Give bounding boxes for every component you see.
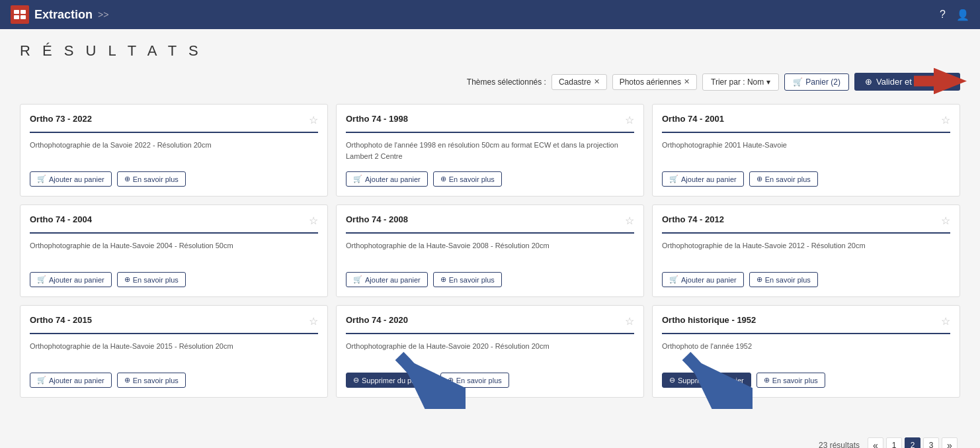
info-button[interactable]: ⊕ En savoir plus: [117, 272, 186, 287]
user-icon[interactable]: 👤: [956, 9, 969, 21]
info-icon: ⊕: [440, 275, 446, 284]
card-actions: 🛒 Ajouter au panier⊕ En savoir plus: [30, 171, 318, 187]
svg-rect-1: [914, 75, 935, 86]
add-to-cart-button[interactable]: 🛒 Ajouter au panier: [346, 272, 428, 287]
add-to-cart-button[interactable]: 🛒 Ajouter au panier: [30, 373, 112, 388]
card-card-2: Ortho 74 - 1998☆Orthophoto de l'année 19…: [336, 104, 644, 197]
pagination: 23 résultats « 1 2 3 »: [20, 437, 960, 448]
card-header: Ortho 73 - 2022☆: [30, 114, 318, 133]
app-logo: [11, 5, 29, 24]
minus-icon: ⊖: [353, 376, 359, 384]
cart-button[interactable]: 🛒 Panier (2): [784, 73, 849, 91]
card-header: Ortho 74 - 2004☆: [30, 214, 318, 234]
info-icon: ⊕: [448, 376, 454, 384]
app-title: Extraction: [34, 8, 93, 22]
card-header: Ortho 74 - 1998☆: [346, 114, 634, 133]
add-to-cart-button[interactable]: 🛒 Ajouter au panier: [662, 272, 744, 287]
info-button[interactable]: ⊕ En savoir plus: [117, 171, 186, 187]
favorite-star-icon[interactable]: ☆: [309, 214, 318, 227]
cart-add-icon: 🛒: [37, 175, 46, 183]
info-button[interactable]: ⊕ En savoir plus: [749, 272, 818, 287]
red-arrow-indicator: [914, 67, 967, 96]
remove-photos-icon[interactable]: ✕: [684, 77, 690, 86]
sort-button[interactable]: Trier par : Nom: [702, 73, 779, 91]
validate-icon: ⊕: [865, 77, 872, 87]
card-card-5: Ortho 74 - 2008☆Orthophotographie de la …: [336, 204, 644, 297]
card-actions: 🛒 Ajouter au panier⊕ En savoir plus: [30, 373, 318, 388]
card-actions: ⊖ Supprimer du panier⊕ En savoir plus: [346, 373, 634, 388]
cart-add-icon: 🛒: [669, 275, 678, 284]
card-actions: ⊖ Supprimer du panier⊕ En savoir plus: [662, 373, 950, 388]
card-title: Ortho 74 - 1998: [346, 114, 408, 124]
cart-icon: 🛒: [793, 77, 803, 87]
favorite-star-icon[interactable]: ☆: [625, 214, 634, 227]
add-to-cart-button[interactable]: 🛒 Ajouter au panier: [662, 171, 744, 187]
info-icon: ⊕: [764, 376, 770, 384]
card-description: Orthophoto de l'année 1952: [662, 341, 950, 363]
favorite-star-icon[interactable]: ☆: [941, 315, 950, 328]
theme-tag-cadastre: Cadastre ✕: [551, 74, 607, 90]
card-header: Ortho 74 - 2020☆: [346, 315, 634, 334]
remove-cadastre-icon[interactable]: ✕: [594, 77, 600, 86]
add-to-cart-button[interactable]: 🛒 Ajouter au panier: [30, 171, 112, 187]
card-actions: 🛒 Ajouter au panier⊕ En savoir plus: [662, 171, 950, 187]
results-count: 23 résultats: [819, 441, 860, 448]
theme-tag-photos: Photos aériennes ✕: [612, 74, 697, 90]
help-icon[interactable]: ?: [940, 9, 946, 21]
cart-label: Panier (2): [805, 77, 840, 87]
remove-from-cart-button[interactable]: ⊖ Supprimer du panier: [346, 373, 435, 388]
pagination-next[interactable]: »: [942, 437, 958, 448]
info-icon: ⊕: [124, 275, 130, 284]
card-title: Ortho 74 - 2004: [30, 214, 92, 224]
favorite-star-icon[interactable]: ☆: [309, 114, 318, 126]
pagination-page-2[interactable]: 2: [905, 437, 920, 448]
info-button[interactable]: ⊕ En savoir plus: [440, 373, 509, 388]
card-card-3: Ortho 74 - 2001☆Orthophotographie 2001 H…: [652, 104, 960, 197]
minus-icon: ⊖: [669, 376, 675, 384]
themes-label: Thèmes sélectionnés :: [467, 77, 546, 87]
card-actions: 🛒 Ajouter au panier⊕ En savoir plus: [346, 171, 634, 187]
info-icon: ⊕: [756, 275, 762, 284]
header: Extraction >> ? 👤: [0, 0, 980, 29]
card-actions: 🛒 Ajouter au panier⊕ En savoir plus: [30, 272, 318, 287]
info-button[interactable]: ⊕ En savoir plus: [433, 171, 502, 187]
card-title: Ortho 74 - 2008: [346, 214, 408, 224]
favorite-star-icon[interactable]: ☆: [941, 214, 950, 227]
cart-add-icon: 🛒: [669, 175, 678, 183]
page-content: R É S U L T A T S Thèmes sélectionnés : …: [0, 29, 980, 448]
card-header: Ortho 74 - 2012☆: [662, 214, 950, 234]
add-to-cart-button[interactable]: 🛒 Ajouter au panier: [30, 272, 112, 287]
card-header: Ortho historique - 1952☆: [662, 315, 950, 334]
cart-add-icon: 🛒: [353, 175, 362, 183]
cart-add-icon: 🛒: [37, 275, 46, 284]
card-title: Ortho 74 - 2001: [662, 114, 724, 124]
card-card-4: Ortho 74 - 2004☆Orthophotographie de la …: [20, 204, 328, 297]
info-button[interactable]: ⊕ En savoir plus: [749, 171, 818, 187]
pagination-page-3[interactable]: 3: [923, 437, 939, 448]
favorite-star-icon[interactable]: ☆: [941, 114, 950, 126]
add-to-cart-button[interactable]: 🛒 Ajouter au panier: [346, 171, 428, 187]
card-card-6: Ortho 74 - 2012☆Orthophotographie de la …: [652, 204, 960, 297]
card-header: Ortho 74 - 2008☆: [346, 214, 634, 234]
card-title: Ortho 73 - 2022: [30, 114, 92, 124]
card-title: Ortho historique - 1952: [662, 315, 756, 325]
toolbar: Thèmes sélectionnés : Cadastre ✕ Photos …: [20, 73, 960, 91]
info-button[interactable]: ⊕ En savoir plus: [756, 373, 825, 388]
favorite-star-icon[interactable]: ☆: [309, 315, 318, 328]
card-header: Ortho 74 - 2015☆: [30, 315, 318, 334]
card-header: Ortho 74 - 2001☆: [662, 114, 950, 133]
theme-cadastre-label: Cadastre: [559, 77, 591, 87]
card-description: Orthophotographie de la Haute-Savoie 202…: [346, 341, 634, 363]
remove-from-cart-button[interactable]: ⊖ Supprimer du panier: [662, 373, 751, 388]
cart-add-icon: 🛒: [353, 275, 362, 284]
info-icon: ⊕: [124, 175, 130, 183]
card-title: Ortho 74 - 2020: [346, 315, 408, 325]
info-button[interactable]: ⊕ En savoir plus: [433, 272, 502, 287]
card-description: Orthophotographie de la Haute-Savoie 201…: [662, 240, 950, 263]
card-title: Ortho 74 - 2015: [30, 315, 92, 325]
favorite-star-icon[interactable]: ☆: [625, 315, 634, 328]
favorite-star-icon[interactable]: ☆: [625, 114, 634, 126]
pagination-prev[interactable]: «: [868, 437, 883, 448]
info-button[interactable]: ⊕ En savoir plus: [117, 373, 186, 388]
pagination-page-1[interactable]: 1: [886, 437, 902, 448]
